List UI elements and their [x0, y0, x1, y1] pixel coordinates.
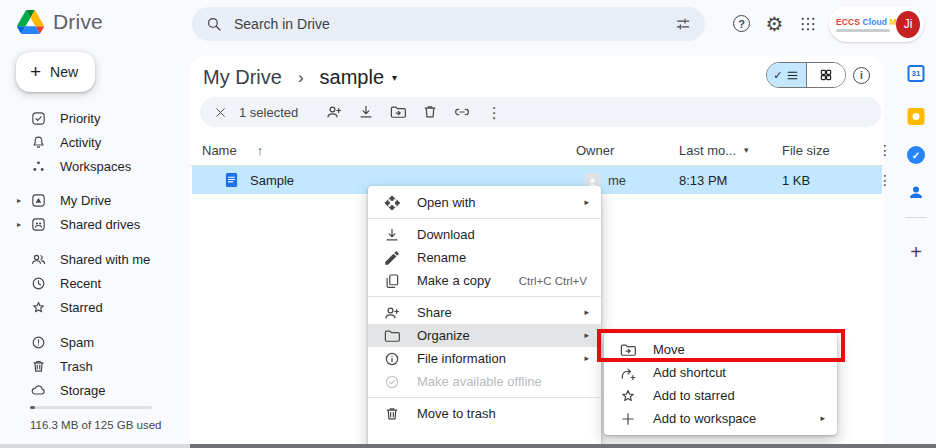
download-button[interactable]: [350, 103, 382, 121]
menu-separator: [368, 397, 601, 398]
sidebar-item-shared-with-me[interactable]: Shared with me: [0, 247, 190, 271]
expand-caret-icon[interactable]: ▸: [17, 196, 21, 205]
breadcrumb-current[interactable]: sample ▾: [320, 66, 398, 89]
column-last-modified[interactable]: Last mo... ▾: [679, 143, 782, 158]
contacts-icon: [907, 183, 925, 201]
sidebar-item-priority[interactable]: Priority: [0, 106, 190, 130]
org-tagline: [836, 29, 890, 32]
org-logo: ECCS Cloud Mail: [836, 17, 892, 32]
sidebar-item-shared-drives[interactable]: ▸ Shared drives: [0, 212, 190, 236]
menu-item-open-with[interactable]: Open with ▸: [368, 191, 601, 214]
side-panel-rail: 31 ✓ +: [896, 56, 936, 448]
more-actions-button[interactable]: ⋮: [478, 105, 510, 120]
contacts-app-button[interactable]: [907, 183, 925, 201]
bottom-edge-left: [0, 444, 190, 448]
caret-right-icon: ▸: [584, 198, 589, 207]
submenu-item-add-to-starred[interactable]: Add to starred: [604, 384, 837, 407]
sidebar-item-storage[interactable]: Storage: [0, 378, 190, 402]
menu-item-organize[interactable]: Organize ▸: [368, 324, 601, 347]
grid-view-button[interactable]: [806, 63, 846, 87]
close-icon: [213, 105, 228, 120]
drive-logo[interactable]: Drive: [17, 10, 103, 34]
column-name[interactable]: Name: [202, 143, 237, 158]
info-icon: [383, 350, 401, 368]
gear-icon: ⚙: [766, 14, 784, 34]
help-button[interactable]: ?: [728, 10, 755, 37]
submenu-item-add-to-workspace[interactable]: Add to workspace ▸: [604, 407, 837, 430]
caret-right-icon: ▸: [584, 308, 589, 317]
caret-down-icon: ▾: [392, 72, 397, 83]
my-drive-icon: [30, 192, 47, 209]
sidebar-item-trash[interactable]: Trash: [0, 354, 190, 378]
row-more-icon[interactable]: ⋮: [874, 173, 892, 187]
trash-button[interactable]: [414, 103, 446, 121]
file-name: Sample: [250, 173, 294, 188]
link-icon: [453, 103, 471, 121]
folder-move-icon: [389, 103, 407, 121]
sidebar-group-shared: Shared with me Recent Starred: [0, 247, 190, 319]
folder-icon: [383, 327, 401, 345]
keep-app-button[interactable]: [908, 108, 925, 125]
menu-separator: [368, 296, 601, 297]
move-button[interactable]: [382, 103, 414, 121]
menu-item-move-to-trash[interactable]: Move to trash: [368, 402, 601, 425]
calendar-app-button[interactable]: 31: [908, 65, 925, 82]
star-icon: [619, 387, 637, 405]
account-badge[interactable]: ECCS Cloud Mail Ji: [829, 6, 924, 42]
workspaces-dots-icon: [30, 158, 47, 175]
trash-icon: [30, 358, 47, 375]
sidebar-item-my-drive[interactable]: ▸ My Drive: [0, 188, 190, 212]
user-avatar[interactable]: Ji: [896, 11, 920, 38]
add-panel-app-button[interactable]: +: [910, 242, 922, 262]
storage-progress-bar: [30, 406, 152, 409]
new-button[interactable]: + New: [16, 52, 95, 92]
settings-button[interactable]: ⚙: [761, 10, 788, 37]
pencil-icon: [383, 249, 401, 267]
sidebar-item-workspaces[interactable]: Workspaces: [0, 154, 190, 178]
menu-item-download[interactable]: Download: [368, 223, 601, 246]
sort-up-icon[interactable]: ↑: [257, 144, 264, 157]
context-menu: Open with ▸ Download Rename Make a copy …: [368, 186, 601, 448]
keep-icon: [908, 108, 925, 125]
share-button[interactable]: [318, 103, 350, 121]
person-add-icon: [325, 103, 343, 121]
star-icon: [30, 299, 47, 316]
menu-item-make-a-copy[interactable]: Make a copy Ctrl+C Ctrl+V: [368, 269, 601, 292]
storage-used-segment: [30, 406, 35, 409]
search-input[interactable]: [234, 16, 663, 32]
list-view-icon: [786, 69, 799, 82]
search-bar[interactable]: [192, 7, 705, 41]
expand-caret-icon[interactable]: ▸: [17, 220, 21, 229]
menu-item-file-information[interactable]: File information ▸: [368, 347, 601, 370]
tasks-icon: ✓: [907, 146, 925, 164]
sidebar-item-activity[interactable]: Activity: [0, 130, 190, 154]
header-more-icon[interactable]: ⋮: [874, 143, 892, 157]
menu-item-rename[interactable]: Rename: [368, 246, 601, 269]
column-file-size[interactable]: File size: [782, 143, 874, 158]
priority-check-icon: [30, 110, 47, 127]
check-icon: ✓: [773, 69, 782, 82]
details-info-icon[interactable]: i: [853, 67, 870, 84]
get-link-button[interactable]: [446, 103, 478, 121]
clock-icon: [30, 275, 47, 292]
breadcrumb-root[interactable]: My Drive: [203, 66, 282, 89]
sidebar-item-spam[interactable]: Spam: [0, 330, 190, 354]
caret-right-icon: ▸: [584, 354, 589, 363]
clear-selection-button[interactable]: [213, 105, 228, 120]
submenu-item-add-shortcut[interactable]: Add shortcut: [604, 361, 837, 384]
view-toggle: ✓: [766, 62, 846, 88]
search-options-icon[interactable]: [674, 15, 692, 33]
highlight-annotation-box: [597, 329, 845, 362]
sidebar-item-recent[interactable]: Recent: [0, 271, 190, 295]
grid-view-icon: [819, 68, 833, 82]
tasks-app-button[interactable]: ✓: [907, 146, 925, 164]
list-view-button[interactable]: ✓: [767, 63, 806, 87]
sidebar-group-priority: Priority Activity Workspaces: [0, 106, 190, 178]
caret-right-icon: ▸: [820, 414, 825, 423]
help-icon: ?: [733, 15, 750, 32]
apps-grid-button[interactable]: [794, 10, 821, 37]
selected-count: 1 selected: [239, 105, 298, 120]
sidebar-item-starred[interactable]: Starred: [0, 295, 190, 319]
column-owner[interactable]: Owner: [576, 143, 679, 158]
menu-item-share[interactable]: Share ▸: [368, 301, 601, 324]
